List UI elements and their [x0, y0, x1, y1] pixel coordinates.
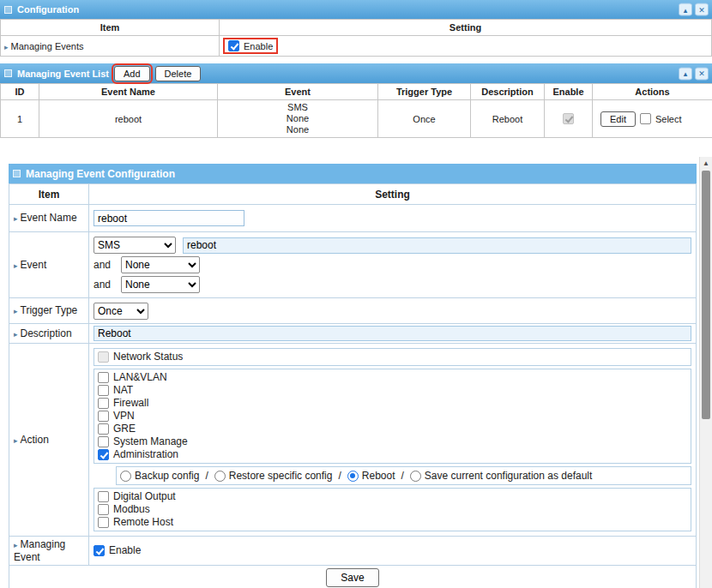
column-item: Item	[9, 184, 89, 205]
administration-options-box: Backup config / Restore specific config …	[116, 466, 691, 485]
output-options-box: Digital Output Modbus Remote Host	[94, 488, 691, 531]
network-status-checkbox	[98, 351, 109, 363]
scroll-up-icon[interactable]: ▲	[700, 157, 712, 170]
scrollbar[interactable]: ▲	[699, 157, 712, 588]
lan-vlan-checkbox[interactable]	[98, 372, 109, 383]
administration-label: Administration	[113, 448, 178, 461]
vpn-checkbox[interactable]	[98, 411, 109, 422]
managing-events-row: ▸Managing Events Enable	[1, 36, 712, 57]
column-description: Description	[471, 84, 545, 100]
trigger-type-row: ▸Trigger Type Once	[9, 298, 697, 324]
select-label: Select	[655, 114, 682, 124]
action-setting-cell: Network Status LAN&VLAN NAT Firewall VPN…	[89, 344, 697, 537]
managing-event-configuration-title: Managing Event Configuration	[26, 168, 175, 180]
row-description-cell: Reboot	[471, 100, 545, 138]
column-event-name: Event Name	[39, 84, 218, 100]
nat-label: NAT	[113, 384, 133, 397]
system-manage-label: System Manage	[113, 435, 188, 448]
window-icon	[13, 170, 21, 177]
event-name-input[interactable]	[94, 210, 244, 226]
managing-events-enable-checkbox[interactable]	[228, 40, 239, 51]
collapse-icon[interactable]: ▴	[679, 67, 692, 80]
configuration-header: Configuration ▴ ✕	[0, 0, 712, 19]
gre-checkbox[interactable]	[98, 423, 109, 435]
trigger-type-setting-cell: Once	[89, 298, 697, 324]
managing-event-enable-checkbox[interactable]	[94, 545, 105, 556]
remote-host-label: Remote Host	[113, 516, 173, 529]
window-icon	[4, 69, 12, 77]
description-item-cell: ▸Description	[9, 324, 89, 344]
column-trigger-type: Trigger Type	[378, 84, 471, 100]
managing-event-list-title: Managing Event List	[17, 69, 109, 79]
item-arrow-icon: ▸	[14, 330, 18, 339]
modbus-checkbox[interactable]	[98, 504, 109, 515]
event-name-item-cell: ▸Event Name	[9, 205, 89, 232]
edit-button[interactable]: Edit	[600, 111, 636, 127]
collapse-icon[interactable]: ▴	[679, 3, 692, 16]
event-and2-select[interactable]: None	[121, 276, 200, 293]
event-text-input[interactable]	[183, 237, 691, 254]
description-row: ▸Description	[9, 324, 697, 344]
row-event-name-cell: reboot	[39, 100, 218, 138]
nat-checkbox[interactable]	[98, 385, 109, 396]
modbus-label: Modbus	[113, 503, 150, 516]
item-arrow-icon: ▸	[4, 43, 9, 51]
column-id: ID	[1, 84, 39, 100]
administration-checkbox[interactable]	[98, 449, 109, 460]
digital-output-checkbox[interactable]	[98, 491, 109, 502]
managing-event-list-header: Managing Event List Add Delete ▴ ✕	[0, 63, 712, 83]
item-arrow-icon: ▸	[14, 436, 18, 445]
table-row: 1 reboot SMS None None Once Reboot Edit …	[1, 100, 712, 138]
column-setting: Setting	[220, 20, 712, 36]
managing-event-configuration-header: Managing Event Configuration	[9, 164, 697, 183]
digital-output-label: Digital Output	[113, 490, 176, 503]
managing-event-list-panel: Managing Event List Add Delete ▴ ✕ ID Ev…	[0, 63, 712, 138]
managing-event-item-cell: ▸Managing Event	[9, 537, 89, 566]
restore-config-radio[interactable]	[214, 471, 226, 482]
scrollbar-thumb[interactable]	[702, 171, 710, 419]
action-label: Action	[21, 434, 49, 446]
event-row: ▸Event SMS and None and None	[9, 232, 697, 298]
managing-events-item-cell: ▸Managing Events	[1, 36, 220, 57]
save-default-radio[interactable]	[410, 471, 421, 482]
event-type-select[interactable]: SMS	[94, 237, 176, 254]
separator: /	[205, 470, 208, 482]
row-actions-cell: Edit Select	[593, 100, 712, 138]
description-input[interactable]	[94, 326, 691, 341]
backup-config-radio[interactable]	[120, 471, 131, 482]
save-cell: Save	[9, 566, 697, 588]
event-item-cell: ▸Event	[9, 232, 89, 298]
item-arrow-icon: ▸	[14, 261, 18, 270]
select-checkbox[interactable]	[640, 113, 651, 124]
event-setting-cell: SMS and None and None	[89, 232, 697, 298]
remote-host-checkbox[interactable]	[98, 517, 109, 528]
event-and1-select[interactable]: None	[121, 256, 200, 273]
firewall-checkbox[interactable]	[98, 398, 109, 409]
configuration-table-header: Item Setting	[1, 20, 712, 36]
trigger-type-select[interactable]: Once	[94, 303, 148, 320]
lan-vlan-label: LAN&VLAN	[113, 371, 167, 384]
close-icon[interactable]: ✕	[695, 3, 709, 16]
delete-button[interactable]: Delete	[155, 66, 202, 81]
add-button[interactable]: Add	[114, 66, 150, 81]
event-label: Event	[21, 259, 47, 271]
enable-label: Enable	[109, 544, 141, 557]
managing-event-label: Managing Event	[14, 538, 65, 563]
row-enable-checkbox	[563, 113, 574, 124]
configuration-panel: Configuration ▴ ✕ Item Setting ▸Managing…	[0, 0, 712, 57]
row-event-cell: SMS None None	[218, 100, 378, 138]
enable-highlight-box: Enable	[223, 38, 278, 54]
save-button[interactable]: Save	[326, 568, 378, 587]
column-enable: Enable	[545, 84, 593, 100]
system-manage-checkbox[interactable]	[98, 436, 109, 447]
and-label: and	[94, 279, 114, 291]
enable-label: Enable	[244, 41, 273, 51]
event-name-label: Event Name	[21, 212, 77, 224]
event-list-table-header: ID Event Name Event Trigger Type Descrip…	[1, 84, 712, 100]
network-status-label: Network Status	[113, 351, 183, 363]
event-name-row: ▸Event Name	[9, 205, 697, 232]
restore-config-label: Restore specific config	[229, 470, 333, 482]
reboot-radio[interactable]	[347, 471, 359, 482]
close-icon[interactable]: ✕	[695, 67, 709, 80]
managing-events-label: Managing Events	[11, 41, 84, 51]
